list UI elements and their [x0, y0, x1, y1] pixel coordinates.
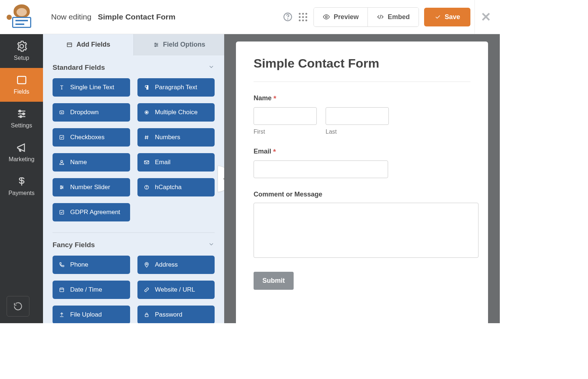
user-icon: [58, 159, 65, 166]
label-email: Email *: [254, 148, 470, 156]
editing-title: Now editing Simple Contact Form: [51, 12, 175, 21]
panel-scroll[interactable]: Standard Fields Single Line TextParagrap…: [43, 55, 224, 323]
field-label: Multiple Choice: [155, 109, 198, 116]
sliders-icon: [58, 184, 65, 191]
required-mark: *: [273, 94, 276, 102]
field-label: Paragraph Text: [155, 84, 197, 91]
input-email[interactable]: [254, 160, 388, 178]
field-date-time[interactable]: Date / Time: [53, 281, 130, 299]
svg-rect-25: [145, 314, 148, 317]
nav-item-payments[interactable]: Payments: [0, 169, 43, 203]
field-label: hCaptcha: [155, 184, 182, 191]
tab-field-options-label: Field Options: [163, 41, 205, 48]
input-first-name[interactable]: [254, 107, 317, 125]
field-name[interactable]: Name: [53, 153, 130, 172]
sublabel-first: First: [254, 129, 317, 135]
revert-button[interactable]: [7, 296, 29, 317]
required-mark: *: [273, 148, 276, 156]
header-actions: Preview Embed Save ✕: [283, 7, 491, 27]
apps-grid-icon[interactable]: [298, 12, 308, 22]
wpforms-logo-icon: [9, 6, 35, 28]
svg-point-6: [22, 113, 24, 115]
nav-item-marketing[interactable]: Marketing: [0, 136, 43, 169]
submit-button[interactable]: Submit: [254, 272, 294, 290]
radio-icon: [143, 109, 150, 116]
section-fancy-header[interactable]: Fancy Fields: [53, 241, 215, 249]
field-email[interactable]: Email: [137, 153, 215, 172]
svg-point-1: [287, 19, 288, 19]
field-multiple-choice[interactable]: Multiple Choice: [137, 103, 215, 122]
header: Now editing Simple Contact Form Preview …: [0, 0, 500, 34]
field-file-upload[interactable]: File Upload: [53, 306, 130, 323]
field-numbers[interactable]: Numbers: [137, 128, 215, 147]
field-address[interactable]: Address: [137, 256, 215, 274]
field-checkboxes[interactable]: Checkboxes: [53, 128, 130, 147]
field-label: Name: [70, 159, 87, 166]
svg-point-11: [155, 46, 155, 46]
nav-label-marketing: Marketing: [8, 156, 34, 163]
svg-point-16: [61, 160, 62, 162]
chevron-down-icon: [208, 64, 215, 72]
field-paragraph-text[interactable]: Paragraph Text: [137, 78, 215, 97]
field-label: GDPR Agreement: [70, 209, 120, 216]
nav-item-fields[interactable]: Fields: [0, 68, 43, 102]
svg-point-7: [20, 116, 22, 118]
phone-icon: [58, 261, 65, 268]
input-last-name[interactable]: [326, 107, 389, 125]
field-label: Single Line Text: [70, 84, 114, 91]
field-label: Checkboxes: [70, 134, 105, 141]
field-dropdown[interactable]: Dropdown: [53, 103, 130, 122]
brand-logo: [0, 6, 43, 28]
save-button[interactable]: Save: [424, 8, 470, 26]
calendar-icon: [58, 286, 65, 293]
left-nav: Setup Fields Settings Marketing Payments: [0, 34, 43, 323]
svg-point-14: [146, 112, 147, 113]
field-label: Number Slider: [70, 184, 110, 191]
svg-rect-17: [144, 161, 149, 164]
editing-form-name: Simple Contact Form: [98, 12, 175, 21]
fancy-fields-grid: PhoneAddressDate / TimeWebsite / URLFile…: [53, 256, 215, 323]
field-label: Address: [155, 261, 178, 268]
standard-fields-grid: Single Line TextParagraph TextDropdownMu…: [53, 78, 215, 221]
field-label: Website / URL: [155, 286, 195, 293]
field-label: Date / Time: [70, 286, 102, 293]
nav-item-settings[interactable]: Settings: [0, 102, 43, 136]
tab-add-fields-label: Add Fields: [76, 41, 110, 48]
tab-field-options[interactable]: Field Options: [133, 34, 224, 55]
field-website-url[interactable]: Website / URL: [137, 281, 215, 299]
panel-tabs: Add Fields Field Options: [43, 34, 224, 55]
field-hcaptcha[interactable]: hCaptcha: [137, 178, 215, 196]
field-label: Password: [155, 311, 183, 318]
field-password[interactable]: Password: [137, 306, 215, 323]
svg-rect-24: [60, 288, 64, 292]
section-standard-title: Standard Fields: [53, 64, 105, 72]
field-label: Email: [155, 159, 171, 166]
field-single-line-text[interactable]: Single Line Text: [53, 78, 130, 97]
field-number-slider[interactable]: Number Slider: [53, 178, 130, 196]
help-icon[interactable]: [283, 12, 293, 22]
form-field-comment[interactable]: Comment or Message: [254, 191, 470, 259]
section-standard-fields: Standard Fields Single Line TextParagrap…: [43, 55, 224, 223]
paragraph-icon: [143, 84, 150, 91]
form-field-name[interactable]: Name * First Last: [254, 94, 470, 135]
lock-icon: [143, 311, 150, 318]
collapse-panel-handle[interactable]: [218, 166, 224, 192]
svg-rect-15: [60, 136, 64, 140]
field-phone[interactable]: Phone: [53, 256, 130, 274]
preview-label: Preview: [334, 13, 359, 21]
form-preview-area: Simple Contact Form Name * First Last: [224, 34, 500, 323]
close-button[interactable]: ✕: [481, 11, 491, 23]
textarea-comment[interactable]: [254, 203, 478, 258]
section-standard-header[interactable]: Standard Fields: [53, 64, 215, 72]
upload-icon: [58, 311, 65, 318]
tab-add-fields[interactable]: Add Fields: [43, 34, 133, 55]
preview-button[interactable]: Preview: [314, 8, 368, 26]
sublabel-last: Last: [326, 129, 389, 135]
nav-item-setup[interactable]: Setup: [0, 34, 43, 68]
svg-rect-8: [67, 43, 72, 47]
field-label: Phone: [70, 261, 88, 268]
embed-button[interactable]: Embed: [368, 8, 419, 26]
form-field-email[interactable]: Email *: [254, 148, 470, 178]
fields-panel: Add Fields Field Options Standard Fields…: [43, 34, 224, 323]
field-gdpr-agreement[interactable]: GDPR Agreement: [53, 203, 130, 221]
